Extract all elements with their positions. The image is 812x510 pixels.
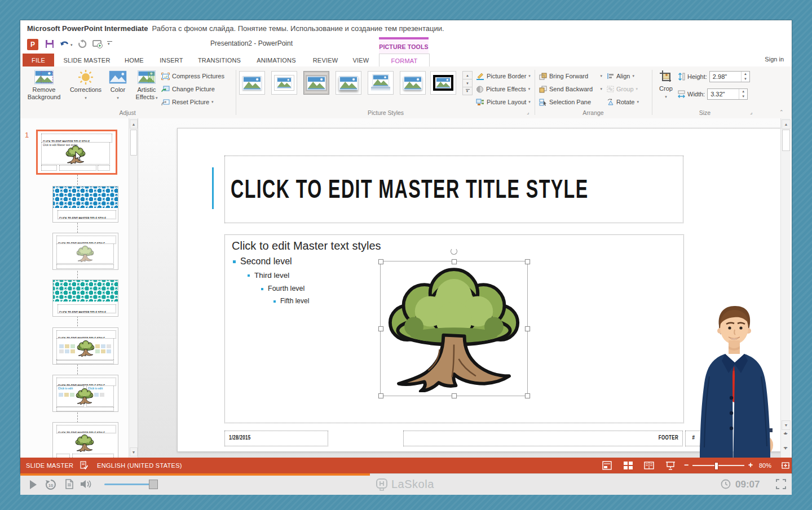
thumbnail-layout-7[interactable]: CLICK TO EDIT MASTER TITLE STYLE (52, 422, 118, 458)
sign-in-link[interactable]: Sign in (765, 56, 784, 63)
resize-handle-s[interactable] (452, 393, 457, 398)
thumbnail-layout-6[interactable]: CLICK TO EDIT MASTER TITLE STYLE Click t… (52, 375, 118, 412)
picture-style-6[interactable] (400, 71, 426, 95)
rotate-button[interactable]: Rotate▾ (607, 96, 647, 108)
width-spin-up[interactable]: ▲ (739, 89, 747, 94)
resize-handle-w[interactable] (378, 326, 383, 331)
tab-home[interactable]: HOME (120, 54, 149, 66)
color-button[interactable]: Color ▾ (106, 69, 130, 109)
tab-file[interactable]: FILE (23, 54, 54, 66)
thumbnail-scroll-thumb[interactable] (130, 130, 137, 156)
gallery-scroll-down[interactable]: ▼ (462, 79, 473, 87)
resize-handle-e[interactable] (525, 326, 530, 331)
zoom-slider-track[interactable] (692, 465, 744, 466)
picture-style-1[interactable] (239, 71, 265, 95)
zoom-percentage[interactable]: 80% (759, 462, 771, 469)
thumbnail-layout-5[interactable]: CLICK TO EDIT MASTER TITLE STYLE (52, 327, 118, 365)
tree-clipart[interactable] (382, 264, 526, 392)
gallery-more-button[interactable]: ▼ (462, 87, 473, 95)
status-view-label[interactable]: SLIDE MASTER (26, 462, 73, 469)
tab-view[interactable]: VIEW (347, 54, 374, 66)
artistic-effects-button[interactable]: Artistic Effects ▾ (132, 69, 161, 109)
rotate-handle[interactable] (451, 248, 457, 255)
resize-handle-n[interactable] (452, 259, 457, 264)
thumbnail-master-selected[interactable]: CLICK TO EDIT MASTER TITLE STYLE Click t… (36, 130, 117, 175)
resize-handle-ne[interactable] (525, 259, 530, 264)
fullscreen-button[interactable] (776, 479, 786, 489)
spell-check-icon[interactable] (80, 461, 88, 470)
zoom-out-button[interactable]: − (684, 460, 689, 469)
tab-review[interactable]: REVIEW (309, 54, 342, 66)
tab-insert[interactable]: INSERT (155, 54, 188, 66)
video-progress-bar[interactable] (20, 473, 370, 476)
resize-handle-nw[interactable] (378, 259, 383, 264)
selected-tree-image[interactable] (380, 261, 528, 396)
resize-handle-sw[interactable] (378, 393, 383, 398)
slide-scroll-down[interactable]: ▼ (782, 420, 791, 430)
zoom-slider-thumb[interactable] (714, 462, 718, 470)
notes-button[interactable] (65, 479, 73, 489)
start-from-beginning-button[interactable] (92, 39, 103, 48)
selection-pane-button[interactable]: Selection Pane (539, 96, 602, 108)
tab-transitions[interactable]: TRANSITIONS (194, 54, 245, 66)
master-title-placeholder[interactable]: CLICK TO EDIT MASTER TITLE STYLE (224, 156, 683, 223)
reading-view-button[interactable] (644, 461, 654, 470)
next-slide-button[interactable]: ▁▼ (782, 444, 789, 450)
undo-dropdown-arrow[interactable]: ▾ (70, 43, 73, 47)
picture-style-3-selected[interactable] (303, 71, 329, 95)
collapse-ribbon-button[interactable]: ⌃ (779, 109, 784, 115)
slide-master-editing-surface[interactable]: CLICK TO EDIT MASTER TITLE STYLE Click t… (177, 128, 782, 452)
date-placeholder[interactable]: 1/28/2015 (224, 431, 328, 446)
picture-styles-dialog-launcher[interactable]: ⌟ (527, 110, 533, 116)
thumbnail-scroll-down[interactable]: ▼ (130, 447, 138, 456)
tab-format[interactable]: FORMAT (379, 54, 430, 67)
crop-button[interactable]: Crop ▾ (655, 69, 677, 109)
height-spin-up[interactable]: ▲ (742, 72, 749, 77)
picture-effects-button[interactable]: Picture Effects▾ (476, 83, 537, 95)
slide-scroll-thumb[interactable] (782, 130, 790, 151)
tab-slide-master[interactable]: SLIDE MASTER (60, 54, 114, 66)
thumbnail-scroll-up[interactable]: ▲ (130, 119, 138, 128)
thumbnail-scrollbar[interactable]: ▲ ▼ (129, 118, 138, 458)
resize-handle-se[interactable] (525, 393, 530, 398)
tab-animations[interactable]: ANIMATIONS (250, 54, 302, 66)
previous-slide-button[interactable]: ▲▔ (782, 432, 789, 437)
picture-layout-button[interactable]: Picture Layout▾ (476, 96, 537, 108)
height-spin-down[interactable]: ▼ (742, 77, 749, 82)
gallery-scroll-up[interactable]: ▲ (462, 71, 473, 79)
size-dialog-launcher[interactable]: ⌟ (750, 110, 756, 116)
group-button[interactable]: Group▾ (607, 83, 647, 95)
bring-forward-button[interactable]: Bring Forward▾ (539, 70, 602, 82)
slide-show-button[interactable] (665, 461, 676, 470)
play-button[interactable] (29, 480, 37, 489)
volume-slider-thumb[interactable] (149, 480, 158, 489)
normal-view-button[interactable] (602, 461, 612, 470)
thumbnail-layout-2[interactable]: CLICK TO EDIT MASTER TITLE STYLE (52, 186, 118, 223)
width-spin-down[interactable]: ▼ (739, 94, 747, 99)
remove-background-button[interactable]: Remove Background (25, 69, 63, 109)
corrections-button[interactable]: Corrections ▾ (68, 69, 104, 109)
send-backward-button[interactable]: Send Backward▾ (539, 83, 602, 95)
picture-border-button[interactable]: Picture Border▾ (476, 70, 537, 82)
picture-style-5[interactable] (368, 71, 394, 95)
status-language[interactable]: ENGLISH (UNITED STATES) (97, 462, 182, 469)
thumbnail-layout-3[interactable]: CLICK TO EDIT MASTER TITLE STYLE (52, 233, 118, 270)
reset-picture-button[interactable]: Reset Picture▾ (161, 96, 232, 108)
width-input[interactable] (708, 91, 739, 97)
compress-pictures-button[interactable]: Compress Pictures (161, 70, 232, 82)
volume-button[interactable] (80, 479, 92, 489)
customize-qat-arrow[interactable]: ▾ (108, 42, 110, 46)
slide-sorter-view-button[interactable] (623, 461, 633, 470)
fit-slide-to-window-button[interactable] (781, 461, 790, 470)
undo-button[interactable] (60, 39, 70, 48)
save-button[interactable] (45, 39, 54, 48)
change-picture-button[interactable]: Change Picture (161, 83, 232, 95)
slide-scroll-up[interactable]: ▲ (782, 119, 791, 129)
rewind-10-button[interactable]: 10 (45, 479, 56, 490)
footer-placeholder[interactable]: FOOTER (403, 431, 683, 446)
zoom-in-button[interactable]: + (748, 460, 753, 469)
picture-style-4[interactable] (336, 71, 361, 95)
picture-style-7[interactable] (430, 71, 456, 95)
height-input[interactable] (710, 73, 741, 80)
align-button[interactable]: Align▾ (607, 70, 647, 82)
